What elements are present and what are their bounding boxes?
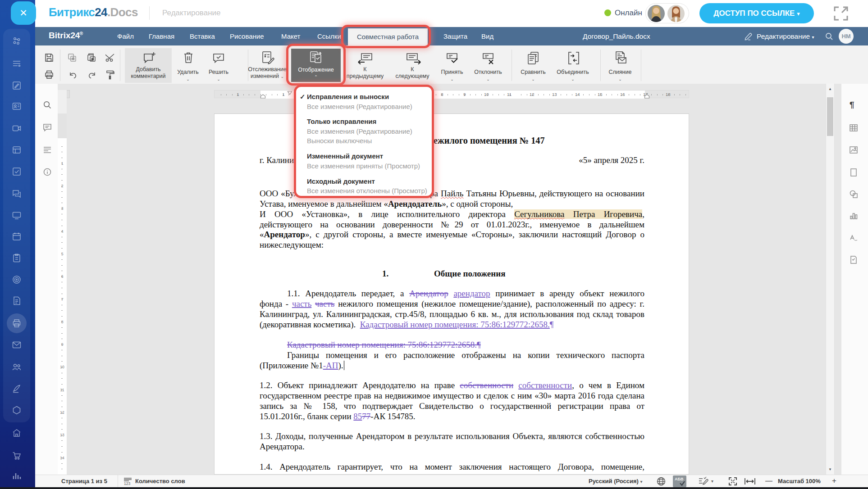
svg-text:123: 123 bbox=[124, 481, 130, 485]
